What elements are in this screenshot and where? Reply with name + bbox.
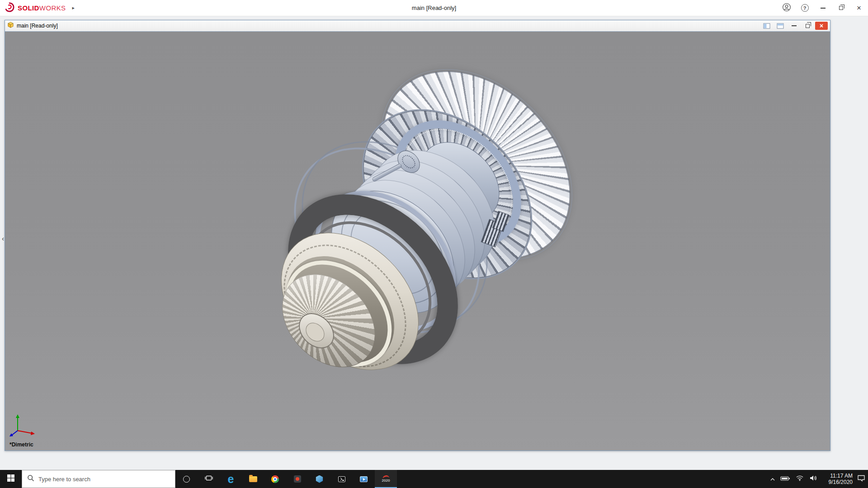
- document-window: main [Read-only] ×: [5, 20, 830, 451]
- network-status[interactable]: [793, 470, 807, 488]
- battery-icon: [780, 475, 790, 483]
- command-prompt-button[interactable]: [330, 470, 353, 488]
- clock-time: 11:17 AM: [830, 473, 853, 479]
- app-restore-button[interactable]: [832, 0, 850, 16]
- solidworks-taskbar-button[interactable]: 2020: [375, 470, 397, 488]
- close-icon: ×: [857, 4, 861, 12]
- solidworks-logo: SOLIDWORKS: [0, 2, 66, 14]
- search-input[interactable]: [38, 476, 170, 483]
- document-title: main [Read-only]: [17, 23, 58, 29]
- assembly-icon: [7, 22, 14, 30]
- app-close-button[interactable]: ×: [850, 0, 868, 16]
- taskbar-clock[interactable]: 11:17 AM 9/16/2020: [820, 473, 854, 485]
- chrome-icon: [271, 475, 279, 483]
- brand-light: WORKS: [39, 4, 66, 12]
- system-tray: 11:17 AM 9/16/2020: [768, 470, 868, 488]
- close-icon: ×: [820, 22, 823, 29]
- view-orientation-label: *Dimetric: [9, 441, 33, 448]
- wifi-icon: [796, 475, 804, 483]
- task-view-button[interactable]: [198, 470, 220, 488]
- clock-date: 9/16/2020: [829, 479, 853, 485]
- document-window-controls: ×: [761, 22, 828, 30]
- app-window-controls: ? ×: [778, 0, 868, 16]
- chrome-icon-core: [274, 478, 276, 480]
- solidworks-icon: 2020: [382, 475, 390, 483]
- recorder-app-icon: [294, 475, 301, 483]
- brand-bold: SOLID: [18, 4, 39, 12]
- cortana-button[interactable]: [175, 470, 198, 488]
- windows-logo-icon: [7, 474, 14, 483]
- doc-tool-button-1[interactable]: [761, 22, 773, 30]
- media-player-button[interactable]: [353, 470, 375, 488]
- app-titlebar[interactable]: SOLIDWORKS ▸ main [Read-only] ? ×: [0, 0, 868, 16]
- file-explorer-icon: [249, 476, 257, 482]
- doc-close-button[interactable]: ×: [815, 22, 828, 30]
- doc-tool-button-2[interactable]: [774, 22, 786, 30]
- media-player-icon: [360, 476, 368, 482]
- chevron-up-icon: [770, 475, 775, 483]
- restore-icon: [839, 6, 843, 10]
- help-button[interactable]: ?: [796, 0, 814, 16]
- taskbar: e 2020: [0, 470, 868, 488]
- taskbar-search[interactable]: [22, 470, 175, 488]
- orientation-triad: [9, 413, 38, 440]
- help-icon: ?: [801, 4, 809, 12]
- chrome-button[interactable]: [264, 470, 286, 488]
- edge-button[interactable]: e: [220, 470, 242, 488]
- tray-expand-button[interactable]: [768, 470, 778, 488]
- graphics-area[interactable]: *Dimetric: [5, 31, 830, 450]
- menu-expand-arrow-icon[interactable]: ▸: [72, 5, 75, 11]
- solidworks-version-badge: 2020: [382, 479, 390, 483]
- account-button[interactable]: [778, 0, 796, 16]
- battery-status[interactable]: [778, 470, 793, 488]
- minimize-icon: [821, 8, 826, 9]
- app-window-title: main [Read-only]: [412, 5, 456, 11]
- doc-restore-button[interactable]: [802, 22, 813, 30]
- account-icon: [782, 3, 791, 14]
- app-minimize-button[interactable]: [814, 0, 832, 16]
- dassault-3ds-icon: [5, 2, 14, 14]
- command-prompt-icon: [338, 476, 345, 482]
- restore-icon: [806, 24, 810, 28]
- minimize-icon: [792, 25, 797, 26]
- cube-app-icon: [316, 475, 323, 483]
- edge-icon: e: [228, 474, 234, 485]
- start-button[interactable]: [0, 470, 22, 488]
- document-titlebar[interactable]: main [Read-only] ×: [5, 20, 830, 31]
- recorder-app-button[interactable]: [286, 470, 308, 488]
- search-icon: [27, 474, 34, 483]
- collapsed-panel-arrow[interactable]: ‹: [2, 235, 4, 242]
- action-center-button[interactable]: [854, 470, 868, 488]
- file-explorer-button[interactable]: [242, 470, 264, 488]
- brand-text: SOLIDWORKS: [18, 4, 66, 12]
- cube-app-button[interactable]: [308, 470, 330, 488]
- speaker-icon: [809, 475, 817, 483]
- volume-status[interactable]: [807, 470, 820, 488]
- cortana-icon: [183, 476, 190, 483]
- task-view-icon: [205, 474, 213, 483]
- doc-minimize-button[interactable]: [788, 22, 800, 30]
- action-center-icon: [857, 474, 865, 483]
